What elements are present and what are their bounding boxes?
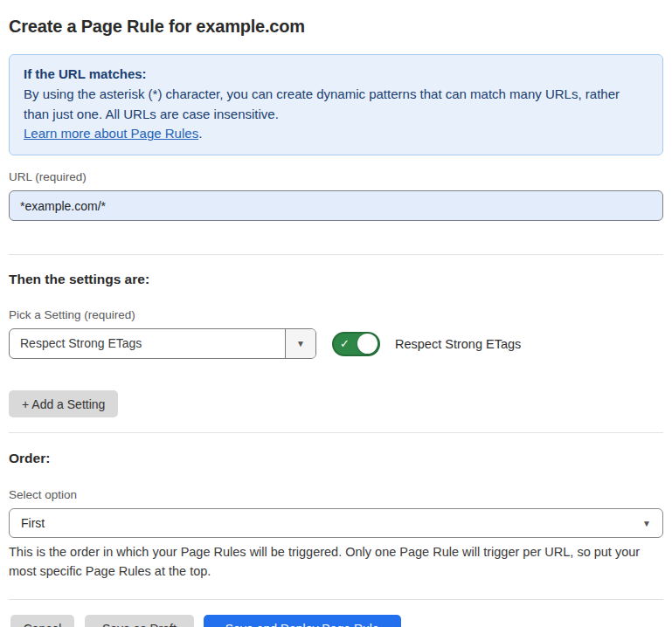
order-section-heading: Order: xyxy=(9,451,663,466)
section-divider xyxy=(9,599,663,600)
info-box-body: By using the asterisk (*) character, you… xyxy=(24,85,648,125)
setting-row: Respect Strong ETags ▼ ✓ Respect Strong … xyxy=(9,328,663,359)
section-divider xyxy=(9,254,663,255)
url-input[interactable] xyxy=(9,190,663,221)
toggle-label: Respect Strong ETags xyxy=(395,337,521,351)
order-select-value: First xyxy=(21,516,45,530)
page-title: Create a Page Rule for example.com xyxy=(9,9,663,37)
order-help-text: This is the order in which your Page Rul… xyxy=(9,543,663,582)
link-suffix: . xyxy=(198,126,202,141)
cancel-button[interactable]: Cancel xyxy=(10,615,74,627)
respect-strong-etags-toggle[interactable]: ✓ xyxy=(332,332,380,356)
url-field-label: URL (required) xyxy=(9,170,663,183)
page-rule-form: Create a Page Rule for example.com If th… xyxy=(0,0,672,627)
order-select[interactable]: First ▼ xyxy=(9,508,663,538)
info-box-link-line: Learn more about Page Rules. xyxy=(24,124,648,144)
form-footer: Cancel Save as Draft Save and Deploy Pag… xyxy=(9,615,663,627)
toggle-knob xyxy=(357,334,378,354)
setting-select-value: Respect Strong ETags xyxy=(10,329,285,358)
setting-picker-label: Pick a Setting (required) xyxy=(9,308,663,321)
save-as-draft-button[interactable]: Save as Draft xyxy=(85,615,194,627)
info-box-heading: If the URL matches: xyxy=(24,65,648,85)
url-match-info-box: If the URL matches: By using the asteris… xyxy=(9,54,663,155)
save-and-deploy-button[interactable]: Save and Deploy Page Rule xyxy=(204,615,401,627)
learn-more-link[interactable]: Learn more about Page Rules xyxy=(24,126,198,141)
section-divider xyxy=(9,432,663,433)
order-select-label: Select option xyxy=(9,488,663,501)
settings-section-heading: Then the settings are: xyxy=(9,272,663,287)
check-icon: ✓ xyxy=(340,338,350,349)
dropdown-arrow-icon: ▼ xyxy=(642,519,651,528)
dropdown-arrow-icon[interactable]: ▼ xyxy=(285,329,315,358)
setting-select[interactable]: Respect Strong ETags ▼ xyxy=(9,328,316,359)
add-setting-button[interactable]: + Add a Setting xyxy=(9,390,118,417)
